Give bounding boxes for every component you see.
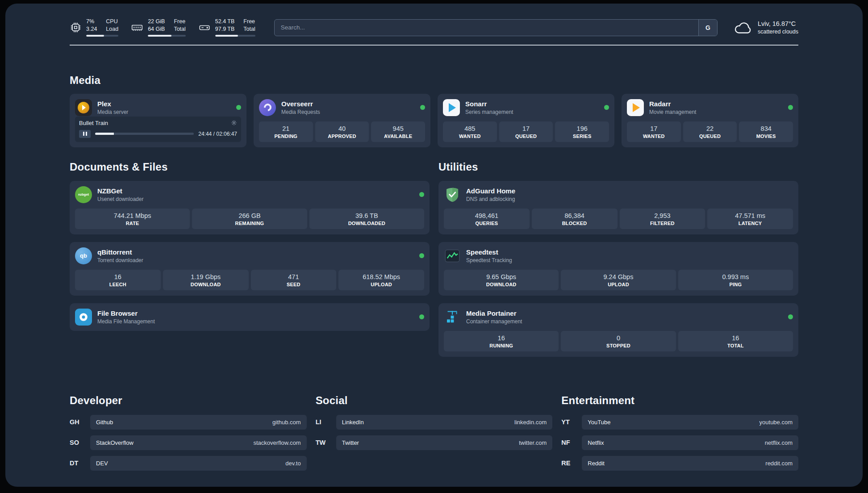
topbar: 7% 3.24 CPU Load bbox=[70, 19, 798, 37]
qbittorrent-stats: 16 LEECH 1.19 Gbps DOWNLOAD 471 SEED 618… bbox=[75, 270, 424, 290]
app-description: Container management bbox=[466, 318, 522, 325]
stat-upload: 9.24 Gbps UPLOAD bbox=[561, 270, 676, 290]
link-box[interactable]: Twitter twitter.com bbox=[336, 435, 553, 450]
link-row-reddit[interactable]: RE Reddit reddit.com bbox=[561, 456, 798, 471]
link-row-netflix[interactable]: NF Netflix netflix.com bbox=[561, 435, 798, 450]
link-abbr: NF bbox=[561, 439, 576, 446]
ram-usage-bar bbox=[148, 35, 186, 37]
link-abbr: LI bbox=[316, 418, 330, 426]
app-description: DNS and adblocking bbox=[466, 196, 515, 202]
link-row-stackoverflow[interactable]: SO StackOverflow stackoverflow.com bbox=[70, 435, 307, 450]
cpu-label: CPU bbox=[106, 19, 118, 25]
app-name: Overseerr bbox=[281, 100, 320, 108]
stat-stopped: 0 STOPPED bbox=[561, 331, 676, 351]
status-online-dot bbox=[788, 314, 793, 319]
status-online-dot bbox=[419, 314, 424, 319]
radarr-stats: 17 WANTED 22 QUEUED 834 MOVIES bbox=[627, 116, 793, 142]
link-row-linkedin[interactable]: LI LinkedIn linkedin.com bbox=[316, 415, 553, 430]
section-title-social: Social bbox=[316, 394, 553, 407]
app-card-qbittorrent[interactable]: qb qBittorrent Torrent downloader 16 LEE… bbox=[70, 242, 430, 296]
speedtest-chart-icon bbox=[444, 247, 461, 264]
stat-remaining: 266 GB REMAINING bbox=[192, 209, 307, 229]
pause-button[interactable] bbox=[79, 130, 91, 138]
link-box[interactable]: DEV dev.to bbox=[90, 456, 307, 471]
app-card-plex[interactable]: Plex Media server Bullet Train bbox=[70, 94, 246, 147]
link-row-twitter[interactable]: TW Twitter twitter.com bbox=[316, 435, 553, 450]
status-online-dot bbox=[420, 105, 425, 110]
link-row-youtube[interactable]: YT YouTube youtube.com bbox=[561, 415, 798, 430]
section-title-entertainment: Entertainment bbox=[561, 394, 798, 407]
app-card-adguard[interactable]: AdGuard Home DNS and adblocking 498,461 … bbox=[438, 181, 798, 234]
utilities-column: Utilities AdGuard Home DNS and adblockin… bbox=[438, 161, 798, 357]
entertainment-links: Entertainment YT YouTube youtube.com NF … bbox=[561, 394, 798, 476]
search-input[interactable] bbox=[275, 20, 698, 36]
topbar-divider bbox=[70, 45, 798, 46]
search-bar[interactable]: G bbox=[274, 19, 718, 36]
settings-gear-icon[interactable] bbox=[231, 120, 237, 126]
link-abbr: DT bbox=[70, 460, 84, 467]
overseerr-icon bbox=[259, 99, 276, 116]
plex-now-playing: Bullet Train 24:44 / 02:06:47 bbox=[75, 117, 241, 142]
stat-running: 16 RUNNING bbox=[444, 331, 559, 351]
app-description: Usenet downloader bbox=[97, 196, 143, 202]
app-description: Speedtest Tracking bbox=[466, 257, 512, 263]
app-name: Sonarr bbox=[465, 100, 513, 108]
app-card-filebrowser[interactable]: File Browser Media File Management bbox=[70, 303, 430, 331]
app-description: Media server bbox=[97, 109, 128, 115]
link-box[interactable]: LinkedIn linkedin.com bbox=[336, 415, 553, 430]
stat-queued: 17 QUEUED bbox=[499, 121, 553, 142]
playback-progress-fill bbox=[95, 133, 114, 135]
ram-free-value: 22 GiB bbox=[148, 19, 165, 25]
ram-total-value: 64 GiB bbox=[148, 26, 165, 33]
section-title-documents: Documents & Files bbox=[70, 161, 430, 173]
link-abbr: YT bbox=[561, 418, 576, 426]
weather-location: Lviv, 16.87°C bbox=[758, 20, 798, 27]
app-description: Torrent downloader bbox=[97, 257, 143, 263]
stat-queued: 22 QUEUED bbox=[683, 121, 737, 142]
stat-available: 945 AVAILABLE bbox=[371, 121, 425, 142]
app-card-radarr[interactable]: Radarr Movie management 17 WANTED 22 QUE… bbox=[622, 94, 798, 147]
bookmark-section: Developer GH Github github.com SO StackO… bbox=[70, 394, 798, 487]
app-name: Speedtest bbox=[466, 248, 512, 256]
search-engine-button[interactable]: G bbox=[698, 20, 717, 36]
app-name: AdGuard Home bbox=[466, 187, 515, 195]
ram-icon bbox=[131, 19, 143, 37]
cpu-percent: 7% bbox=[86, 19, 97, 25]
app-card-portainer[interactable]: Media Portainer Container management 16 … bbox=[438, 303, 798, 357]
portainer-crane-icon bbox=[444, 309, 461, 326]
link-box[interactable]: Netflix netflix.com bbox=[582, 435, 798, 450]
now-playing-title: Bullet Train bbox=[79, 120, 108, 126]
developer-links: Developer GH Github github.com SO StackO… bbox=[70, 394, 307, 476]
stat-queries: 498,461 QUERIES bbox=[444, 209, 530, 229]
documents-column: Documents & Files nzbget NZBGet Usenet d… bbox=[70, 161, 430, 331]
cpu-load-average: 3.24 bbox=[86, 26, 97, 33]
status-online-dot bbox=[788, 105, 793, 110]
app-name: qBittorrent bbox=[97, 248, 143, 256]
stat-movies: 834 MOVIES bbox=[739, 121, 793, 142]
overseerr-stats: 21 PENDING 40 APPROVED 945 AVAILABLE bbox=[259, 116, 425, 142]
app-card-overseerr[interactable]: Overseerr Media Requests 21 PENDING 40 A… bbox=[254, 94, 430, 147]
middle-section: Documents & Files nzbget NZBGet Usenet d… bbox=[70, 161, 798, 357]
app-description: Series management bbox=[465, 109, 513, 115]
link-box[interactable]: Github github.com bbox=[90, 415, 307, 430]
link-row-dev[interactable]: DT DEV dev.to bbox=[70, 456, 307, 471]
link-box[interactable]: Reddit reddit.com bbox=[582, 456, 798, 471]
link-box[interactable]: StackOverflow stackoverflow.com bbox=[90, 435, 307, 450]
stat-download: 1.19 Gbps DOWNLOAD bbox=[163, 270, 249, 290]
stat-downloaded: 39.6 TB DOWNLOADED bbox=[309, 209, 424, 229]
stat-filtered: 2,953 FILTERED bbox=[620, 209, 705, 229]
disk-widget: 52.4 TB 97.9 TB Free Total bbox=[198, 19, 255, 37]
app-card-speedtest[interactable]: Speedtest Speedtest Tracking 9.65 Gbps D… bbox=[438, 242, 798, 296]
link-abbr: GH bbox=[70, 418, 84, 426]
section-title-developer: Developer bbox=[70, 394, 307, 407]
cloud-icon bbox=[734, 20, 752, 35]
app-description: Movie management bbox=[649, 109, 696, 115]
link-box[interactable]: YouTube youtube.com bbox=[582, 415, 798, 430]
filebrowser-icon bbox=[75, 309, 92, 326]
cpu-widget: 7% 3.24 CPU Load bbox=[70, 19, 118, 37]
stat-seed: 471 SEED bbox=[251, 270, 337, 290]
app-card-sonarr[interactable]: Sonarr Series management 485 WANTED 17 Q… bbox=[438, 94, 614, 147]
app-card-nzbget[interactable]: nzbget NZBGet Usenet downloader 744.21 M… bbox=[70, 181, 430, 234]
link-row-github[interactable]: GH Github github.com bbox=[70, 415, 307, 430]
section-title-utilities: Utilities bbox=[438, 161, 798, 173]
